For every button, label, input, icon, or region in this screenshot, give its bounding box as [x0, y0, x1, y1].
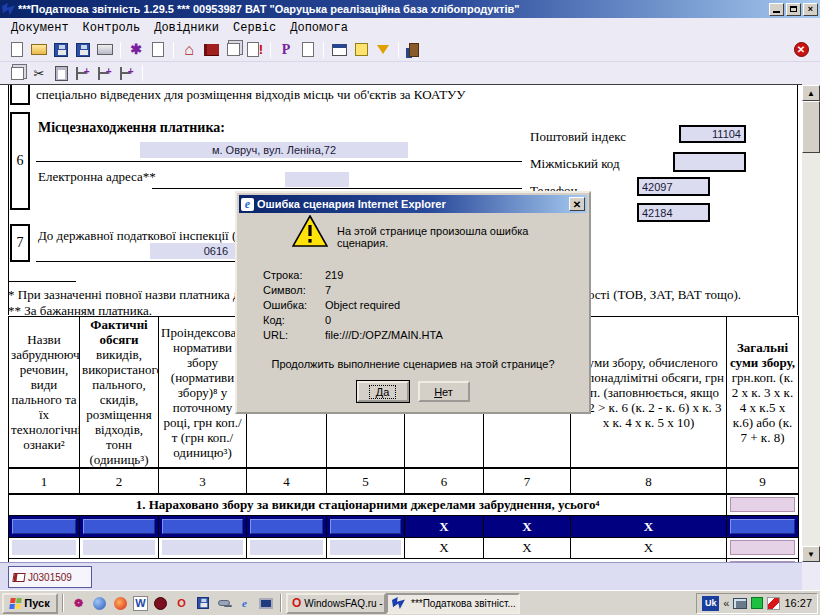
red-circle-icon[interactable] [112, 595, 129, 612]
minimize-button[interactable] [769, 3, 784, 16]
preview-icon[interactable] [351, 40, 371, 59]
key-icon[interactable] [215, 595, 232, 612]
save-icon[interactable] [51, 40, 71, 59]
menu-control[interactable]: Контроль [76, 20, 148, 36]
print-icon[interactable] [95, 40, 115, 59]
open-folder-icon[interactable] [29, 40, 49, 59]
ie-icon[interactable]: e [236, 595, 253, 612]
header-col2-bold: Фактичні обсяги [90, 317, 147, 347]
menu-help[interactable]: Допомога [283, 20, 355, 36]
toolbar-separator [142, 65, 143, 81]
exit-icon[interactable] [404, 40, 424, 59]
add-row-icon[interactable] [95, 64, 115, 83]
desktop-icon[interactable] [257, 595, 274, 612]
flower-icon[interactable]: ❁ [70, 595, 87, 612]
book-icon[interactable] [201, 40, 221, 59]
language-indicator[interactable]: Uk [702, 596, 719, 611]
close-document-icon[interactable]: ✕ [791, 40, 811, 59]
script-error-dialog: e Ошибка сценария Internet Explorer ✕ На… [235, 191, 591, 414]
paste-icon[interactable] [51, 64, 71, 83]
navy-cell[interactable] [80, 515, 159, 537]
col-number: 3 [159, 468, 247, 494]
postal-field[interactable]: 11104 [679, 125, 746, 143]
save-all-icon[interactable] [73, 40, 93, 59]
restore-button[interactable] [786, 3, 801, 16]
entry-cell[interactable] [159, 537, 247, 558]
intercity-field[interactable] [673, 152, 746, 172]
check-document-icon[interactable] [148, 40, 168, 59]
copy-icon[interactable] [7, 64, 27, 83]
report-alert-icon[interactable]: ! [245, 40, 265, 59]
section1-total-cell[interactable] [727, 494, 799, 515]
window-icon[interactable] [329, 40, 349, 59]
menu-directories[interactable]: Довідники [147, 20, 226, 36]
window-titlebar[interactable]: ***Податкова звітність 1.29.5 *** 009539… [0, 0, 820, 18]
start-button[interactable]: Пуск [2, 593, 58, 614]
x-cell: X [571, 537, 727, 558]
close-button[interactable]: × [803, 3, 818, 16]
navy-cell[interactable] [159, 515, 247, 537]
entry-cell[interactable] [327, 537, 405, 558]
navy-cell[interactable] [727, 515, 799, 537]
import-icon[interactable] [373, 40, 393, 59]
menu-service[interactable]: Сервіс [226, 20, 283, 36]
phone1-field[interactable]: 42097 [637, 177, 710, 196]
document-tab[interactable]: J0301509 [8, 566, 92, 588]
scroll-down-icon[interactable]: ▼ [802, 546, 820, 562]
screen: ***Податкова звітність 1.29.5 *** 009539… [0, 0, 820, 615]
signature-icon[interactable]: P [276, 40, 296, 59]
scroll-up-icon[interactable]: ▲ [802, 85, 820, 101]
selected-row: X X X [9, 515, 799, 537]
x-cell: X [405, 537, 484, 558]
tools-icon[interactable]: ✱ [126, 40, 146, 59]
navy-cell[interactable] [247, 515, 327, 537]
scrollbar-thumb[interactable] [802, 101, 820, 153]
antivirus-icon[interactable] [767, 597, 780, 610]
network-icon[interactable] [733, 598, 747, 609]
no-button[interactable]: Нет [418, 381, 470, 402]
navy-cell[interactable] [327, 515, 405, 537]
tray-chevron[interactable]: « [723, 597, 729, 609]
document-tab-bar: J0301509 [0, 562, 802, 590]
toolbar-separator [120, 42, 121, 58]
entry-total-cell[interactable] [727, 537, 799, 558]
url-value: file:///D:/OPZ/MAIN.HTA [325, 329, 443, 341]
cut-icon[interactable]: ✂ [29, 64, 49, 83]
url-label: URL: [263, 329, 321, 341]
word-icon[interactable]: W [133, 596, 148, 611]
yes-button[interactable]: Да [357, 381, 409, 402]
vertical-scrollbar[interactable]: ▲ ▼ [802, 85, 820, 562]
home-icon[interactable]: ⌂ [179, 40, 199, 59]
row6-number: 6 [10, 112, 30, 210]
dialog-titlebar[interactable]: e Ошибка сценария Internet Explorer ✕ [239, 195, 587, 213]
document-error-icon[interactable] [298, 40, 318, 59]
section1-row: 1. Нараховано збору за викиди стаціонарн… [9, 494, 799, 515]
insert-row-icon[interactable] [117, 64, 137, 83]
menu-document[interactable]: Документ [4, 20, 76, 36]
phone2-field[interactable]: 42184 [637, 203, 710, 222]
entry-cell[interactable] [247, 537, 327, 558]
green-status-icon[interactable] [751, 597, 763, 609]
navy-cell[interactable] [9, 515, 80, 537]
email-field[interactable] [285, 172, 349, 187]
task-opz[interactable]: ***Податкова звітніст... [386, 593, 520, 614]
task-windowsfaq[interactable]: O WindowsFAQ.ru - Как с... [286, 593, 386, 614]
floppy-icon[interactable] [194, 595, 211, 612]
header-col8: Суми збору, обчисленого за понадлімітні … [571, 317, 727, 469]
x-cell: X [484, 515, 571, 537]
entry-cell[interactable] [9, 537, 80, 558]
code-label: Код: [263, 314, 321, 326]
dialog-close-button[interactable]: ✕ [569, 197, 585, 211]
copy-pages-icon[interactable] [223, 40, 243, 59]
maroon-circle-icon[interactable] [152, 595, 169, 612]
header-col2-rest: викидів, використаного пального, скидів,… [82, 347, 159, 467]
row7-label: До державної податкової інспекції (ад [38, 228, 249, 243]
user-globe-icon[interactable] [91, 595, 108, 612]
address-field[interactable]: м. Овруч, вул. Леніна,72 [140, 142, 408, 158]
opera-icon[interactable]: O [173, 595, 190, 612]
internet-explorer-icon: e [241, 198, 254, 211]
line-label: Строка: [263, 269, 321, 281]
new-document-icon[interactable] [7, 40, 27, 59]
add-branch-icon[interactable] [73, 64, 93, 83]
entry-cell[interactable] [80, 537, 159, 558]
